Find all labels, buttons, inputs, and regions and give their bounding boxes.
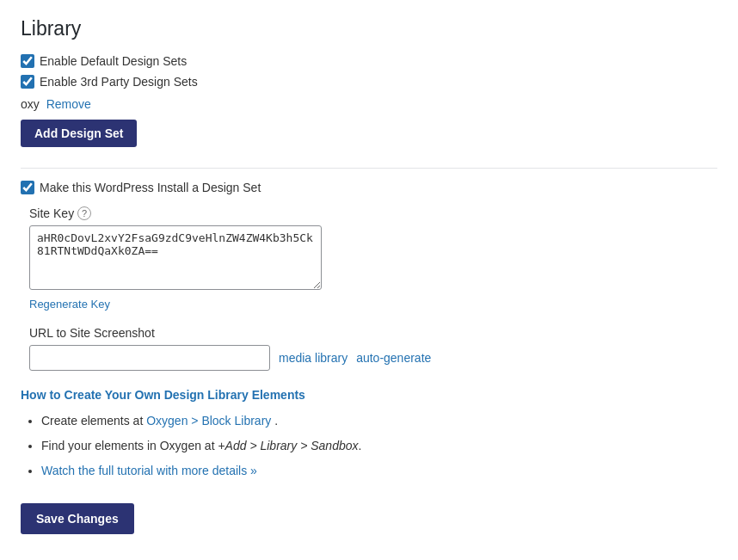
how-to-heading: How to Create Your Own Design Library El… (21, 388, 717, 402)
bullet-1-before: Create elements at (41, 414, 146, 428)
site-key-label: Site Key (29, 206, 74, 220)
list-item: Watch the full tutorial with more detail… (41, 460, 717, 482)
url-screenshot-label: URL to Site Screenshot (29, 326, 717, 340)
page-title: Library (21, 17, 717, 40)
oxy-row: oxy Remove (21, 97, 717, 111)
bullet-1-after: . (274, 414, 278, 428)
enable-default-design-sets-row: Enable Default Design Sets (21, 54, 717, 68)
tutorial-link[interactable]: Watch the full tutorial with more detail… (41, 464, 257, 477)
add-design-set-button[interactable]: Add Design Set (21, 120, 137, 147)
instructions-list: Create elements at Oxygen > Block Librar… (21, 410, 717, 483)
save-changes-button[interactable]: Save Changes (21, 503, 134, 534)
auto-generate-link[interactable]: auto-generate (356, 351, 431, 365)
enable-3rd-party-design-sets-checkbox[interactable] (21, 75, 34, 89)
list-item: Find your elements in Oxygen at +Add > L… (41, 435, 717, 457)
regenerate-key-link[interactable]: Regenerate Key (29, 298, 717, 311)
url-screenshot-row: media library auto-generate (29, 345, 717, 371)
remove-link[interactable]: Remove (46, 97, 91, 111)
site-key-label-row: Site Key ? (29, 206, 717, 220)
make-wordpress-install-checkbox[interactable] (21, 181, 34, 194)
make-wordpress-install-row: Make this WordPress Install a Design Set (21, 181, 717, 194)
oxygen-block-library-link[interactable]: Oxygen > Block Library (146, 414, 271, 428)
enable-default-design-sets-checkbox[interactable] (21, 54, 34, 68)
make-wordpress-install-label: Make this WordPress Install a Design Set (40, 181, 261, 194)
enable-3rd-party-design-sets-label: Enable 3rd Party Design Sets (40, 75, 198, 89)
enable-default-design-sets-label: Enable Default Design Sets (40, 54, 187, 68)
site-key-textarea[interactable]: aHR0cDovL2xvY2FsaG9zdC9veHlnZW4ZW4Kb3h5C… (29, 225, 322, 290)
bullet-2-before: Find your elements in Oxygen at +Add > L… (41, 439, 361, 452)
site-key-help-icon[interactable]: ? (77, 206, 91, 220)
divider (21, 168, 717, 169)
media-library-link[interactable]: media library (279, 351, 347, 365)
list-item: Create elements at Oxygen > Block Librar… (41, 410, 717, 432)
oxy-prefix: oxy (21, 97, 40, 111)
enable-3rd-party-design-sets-row: Enable 3rd Party Design Sets (21, 75, 717, 89)
url-screenshot-input[interactable] (29, 345, 270, 371)
